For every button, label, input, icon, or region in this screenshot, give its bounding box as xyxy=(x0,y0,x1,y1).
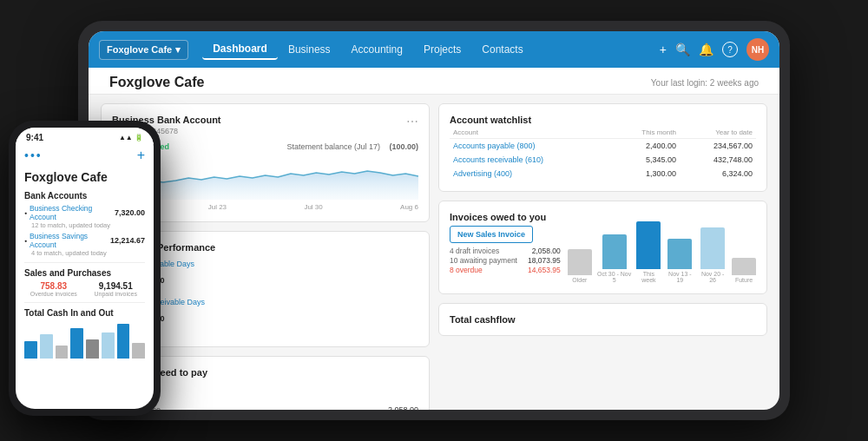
page-header: Foxglove Cafe Your last login: 2 weeks a… xyxy=(89,68,779,95)
phone-account-savings: Business Savings Account 12,214.67 4 to … xyxy=(24,232,145,257)
inv-bar-nov20: Nov 20 - 26 xyxy=(699,227,727,283)
phone-screen: 9:41 ▲▲ 🔋 ••• + Foxglove Cafe Bank Accou… xyxy=(16,128,154,409)
phone-overdue-label: Overdue invoices xyxy=(24,291,83,297)
nav-items: Dashboard Business Accounting Projects C… xyxy=(202,39,660,60)
phone-add-icon[interactable]: + xyxy=(137,148,145,163)
phone-sp-title: Sales and Purchases xyxy=(24,268,145,278)
logo-text: Foxglove Cafe xyxy=(107,44,172,55)
logo-arrow-icon: ▾ xyxy=(175,44,181,56)
tablet: Foxglove Cafe ▾ Dashboard Business Accou… xyxy=(78,21,790,420)
bills-row-draft: 1 draft invoice 2,058.00 xyxy=(112,405,418,410)
cashflow-title: Total cashflow xyxy=(450,314,756,325)
phone: 9:41 ▲▲ 🔋 ••• + Foxglove Cafe Bank Accou… xyxy=(9,121,161,416)
watchlist-card: Account watchlist Account This month Yea… xyxy=(438,103,767,192)
phone-dots-icon[interactable]: ••• xyxy=(24,148,43,162)
ph-bar-8 xyxy=(132,343,145,359)
phone-checking-amount: 7,320.00 xyxy=(115,208,145,217)
plus-icon[interactable]: + xyxy=(660,43,667,56)
invoice-draft-row: 4 draft invoices 2,058.00 xyxy=(450,247,561,255)
watchlist-col-month: This month xyxy=(611,127,680,139)
phone-divider-1 xyxy=(24,262,145,263)
statement-balance: Statement balance (Jul 17) (100.00) xyxy=(286,142,418,151)
ph-bar-7 xyxy=(117,324,130,359)
nav-item-accounting[interactable]: Accounting xyxy=(341,40,413,59)
cashflow-card: Total cashflow xyxy=(438,303,767,336)
phone-overdue-value: 758.83 xyxy=(24,281,83,291)
phone-status-icons: ▲▲ 🔋 xyxy=(119,134,143,142)
watchlist-col-account: Account xyxy=(450,127,611,139)
nav-right: + 🔍 🔔 ? NH xyxy=(660,38,769,61)
invoices-card: Invoices owed to you New Sales Invoice 4… xyxy=(438,201,767,294)
last-login: Your last login: 2 weeks ago xyxy=(651,78,759,88)
phone-nav: ••• + xyxy=(16,144,154,167)
phone-savings-sub: 4 to match, updated today xyxy=(24,249,145,257)
avatar[interactable]: NH xyxy=(746,38,769,61)
phone-divider-2 xyxy=(24,302,145,303)
watchlist-title: Account watchlist xyxy=(450,115,756,125)
device-container: Foxglove Cafe ▾ Dashboard Business Accou… xyxy=(35,16,833,425)
tablet-screen: Foxglove Cafe ▾ Dashboard Business Accou… xyxy=(89,31,779,410)
phone-unpaid-value: 9,194.51 xyxy=(87,281,146,291)
phone-time: 9:41 xyxy=(26,133,43,142)
watchlist-table: Account This month Year to date Accounts… xyxy=(450,127,756,181)
invoice-awaiting-row: 10 awaiting payment 18,073.95 xyxy=(450,256,561,265)
ph-bar-3 xyxy=(56,346,69,359)
bell-icon[interactable]: 🔔 xyxy=(699,43,713,56)
phone-sp-unpaid: 9,194.51 Unpaid invoices xyxy=(87,281,146,297)
phone-sp-overdue: 758.83 Overdue invoices xyxy=(24,281,83,297)
phone-checking-name: Business Checking Account xyxy=(24,204,115,221)
watchlist-row-adv: Advertising (400) 1,300.00 6,324.00 xyxy=(450,167,756,181)
phone-savings-amount: 12,214.67 xyxy=(110,236,145,245)
phone-bank-section-title: Bank Accounts xyxy=(24,191,145,201)
inv-bar-nov13: Nov 13 - 19 xyxy=(666,239,694,283)
phone-company-name: Foxglove Cafe xyxy=(24,170,145,184)
nav-logo[interactable]: Foxglove Cafe ▾ xyxy=(99,40,188,60)
phone-cashflow-chart xyxy=(24,319,145,359)
ph-bar-2 xyxy=(40,334,53,359)
inv-bar-future: Future xyxy=(732,258,756,283)
invoice-bar-chart: Older Oct 30 - Nov 5 This week xyxy=(568,231,756,283)
phone-checking-sub: 12 to match, updated today xyxy=(24,221,145,229)
search-icon[interactable]: 🔍 xyxy=(675,43,690,56)
ph-bar-5 xyxy=(86,339,99,359)
inv-bar-oct30: Oct 30 - Nov 5 xyxy=(597,234,632,283)
phone-cashflow-title: Total Cash In and Out xyxy=(24,308,145,318)
watchlist-row-ap: Accounts payable (800) 2,400.00 234,567.… xyxy=(450,139,756,154)
new-sales-invoice-button[interactable]: New Sales Invoice xyxy=(450,226,533,243)
inv-bar-older: Older xyxy=(568,249,592,283)
nav-item-projects[interactable]: Projects xyxy=(413,40,471,59)
phone-sp-grid: 758.83 Overdue invoices 9,194.51 Unpaid … xyxy=(24,281,145,297)
ph-bar-1 xyxy=(24,341,37,359)
invoices-content: New Sales Invoice 4 draft invoices 2,058… xyxy=(450,226,756,283)
invoices-title: Invoices owed to you xyxy=(450,212,756,222)
phone-unpaid-label: Unpaid invoices xyxy=(87,291,146,297)
inv-bar-thisweek: This week xyxy=(636,221,661,283)
watchlist-col-ytd: Year to date xyxy=(680,127,756,139)
phone-savings-name: Business Savings Account xyxy=(24,232,110,249)
ph-bar-6 xyxy=(102,332,115,359)
watchlist-row-ar: Accounts receivable (610) 5,345.00 432,7… xyxy=(450,153,756,167)
invoice-stats: 4 draft invoices 2,058.00 10 awaiting pa… xyxy=(450,247,561,283)
nav-bar: Foxglove Cafe ▾ Dashboard Business Accou… xyxy=(89,31,779,68)
phone-status-bar: 9:41 ▲▲ 🔋 xyxy=(16,128,154,144)
nav-item-contacts[interactable]: Contacts xyxy=(471,40,533,59)
phone-content: Foxglove Cafe Bank Accounts Business Che… xyxy=(16,167,154,409)
phone-account-checking: Business Checking Account 7,320.00 12 to… xyxy=(24,204,145,229)
nav-item-business[interactable]: Business xyxy=(278,40,341,59)
dashboard-grid: Business Bank Account 306-234-12345678 ⋯… xyxy=(89,95,779,410)
bank-card-menu-icon[interactable]: ⋯ xyxy=(406,115,418,128)
help-icon[interactable]: ? xyxy=(722,42,738,57)
ph-bar-4 xyxy=(70,328,83,359)
invoice-overdue-row: 8 overdue 14,653.95 xyxy=(450,266,561,274)
nav-item-dashboard[interactable]: Dashboard xyxy=(202,39,278,60)
page-title: Foxglove Cafe xyxy=(109,75,204,90)
